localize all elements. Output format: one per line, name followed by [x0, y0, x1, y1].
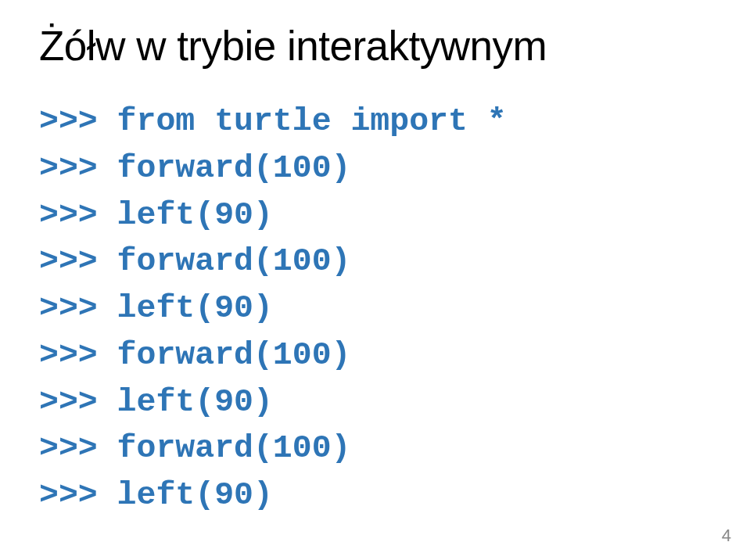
code-line: >>> left(90): [39, 285, 711, 332]
code-line: >>> forward(100): [39, 425, 711, 472]
slide: Żółw w trybie interaktywnym >>> from tur…: [0, 0, 750, 560]
code-line: >>> left(90): [39, 472, 711, 519]
code-line: >>> forward(100): [39, 332, 711, 379]
slide-title: Żółw w trybie interaktywnym: [39, 22, 711, 70]
code-line: >>> left(90): [39, 192, 711, 239]
code-line: >>> forward(100): [39, 145, 711, 192]
code-line: >>> from turtle import *: [39, 98, 711, 145]
code-block: >>> from turtle import * >>> forward(100…: [39, 98, 711, 519]
code-line: >>> forward(100): [39, 238, 711, 285]
page-number: 4: [722, 526, 731, 546]
code-line: >>> left(90): [39, 379, 711, 425]
